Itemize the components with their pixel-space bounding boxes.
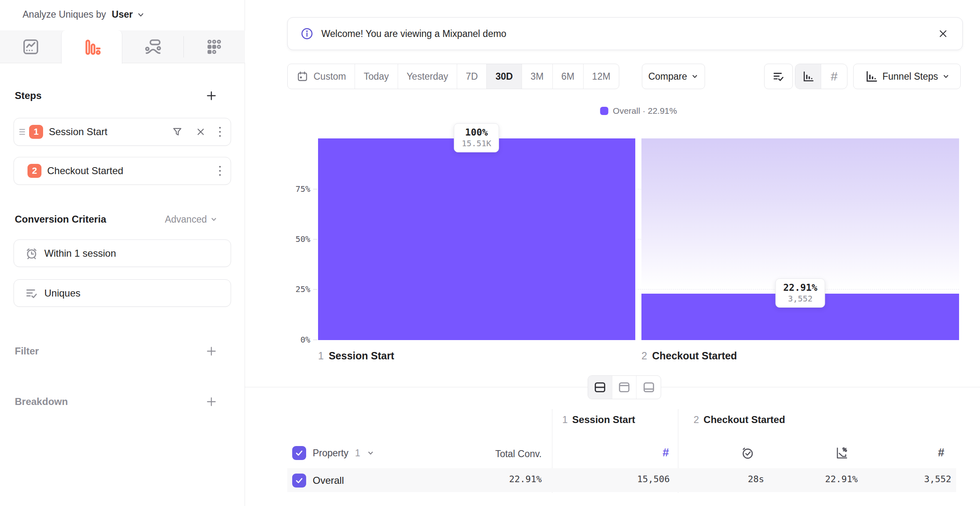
- report-type-tabs: [0, 30, 245, 63]
- compare-button[interactable]: Compare: [642, 64, 705, 89]
- chevron-down-icon: [691, 73, 698, 80]
- uniques-metric-button[interactable]: [764, 64, 793, 89]
- value-display-toggle: #: [795, 64, 847, 89]
- funnel-ghost-step2: [641, 138, 959, 294]
- tab-divider: [183, 36, 184, 58]
- chevron-down-icon: [942, 73, 950, 80]
- advanced-label: Advanced: [165, 214, 207, 225]
- tooltip-count: 15.51K: [462, 138, 491, 148]
- toggle-absolute-numbers[interactable]: #: [821, 64, 847, 89]
- conversion-window-label: Within 1 session: [44, 248, 116, 259]
- drag-handle-icon[interactable]: [19, 128, 25, 136]
- bar-value-tooltip: 22.91% 3,552: [775, 278, 825, 308]
- welcome-banner: Welcome! You are viewing a Mixpanel demo: [287, 17, 963, 50]
- step-card-1[interactable]: 1 Session Start: [14, 118, 231, 146]
- funnel-steps-label: Funnel Steps: [882, 71, 938, 82]
- breakdown-section-title: Breakdown: [15, 396, 68, 407]
- step-label[interactable]: Checkout Started: [47, 165, 123, 177]
- step-axis-label: 1 Session Start: [318, 350, 394, 362]
- date-range-today[interactable]: Today: [355, 64, 398, 89]
- steps-section-title: Steps: [15, 90, 41, 101]
- row-checkbox[interactable]: [292, 474, 306, 488]
- y-axis-tick: 25%: [286, 284, 310, 294]
- toggle-percent-bars[interactable]: [795, 64, 821, 89]
- date-range-6m[interactable]: 6M: [553, 64, 584, 89]
- table-group-checkout-started: 2 Checkout Started: [694, 414, 785, 426]
- uniques-list-check-icon: [25, 286, 39, 300]
- layout-chart-only[interactable]: [612, 376, 637, 399]
- cell-step2-count: 3,552: [924, 474, 951, 484]
- tab-funnels[interactable]: [61, 30, 122, 64]
- step-menu-kebab-icon[interactable]: [218, 165, 222, 177]
- property-index: 1: [355, 448, 360, 459]
- date-range-12m[interactable]: 12M: [584, 64, 619, 89]
- table-group-session-start: 1 Session Start: [562, 414, 635, 426]
- chevron-down-icon: [137, 11, 145, 19]
- calendar-icon: [296, 70, 309, 83]
- chart-legend[interactable]: Overall · 22.91%: [600, 106, 677, 116]
- tooltip-percent: 100%: [462, 127, 491, 138]
- cell-step1-count: 15,506: [637, 474, 670, 484]
- close-icon[interactable]: [938, 28, 948, 39]
- step-index-badge: 2: [27, 164, 41, 178]
- time-to-convert-icon[interactable]: [740, 446, 755, 460]
- select-all-checkbox[interactable]: [292, 446, 306, 460]
- funnel-bar-step1[interactable]: [318, 138, 635, 340]
- analyze-by-value[interactable]: User: [112, 9, 133, 20]
- step-index-badge: 1: [29, 125, 43, 139]
- split-view-icon: [593, 380, 607, 394]
- hash-icon: #: [831, 69, 838, 83]
- cell-time-to-convert: 28s: [748, 474, 764, 484]
- layout-split-view[interactable]: [588, 376, 612, 399]
- date-range-7d[interactable]: 7D: [457, 64, 487, 89]
- counting-method-label: Uniques: [44, 288, 80, 299]
- count-metric-icon[interactable]: #: [662, 446, 669, 459]
- uniques-list-check-icon: [772, 70, 785, 83]
- y-axis-tick: 50%: [286, 234, 310, 244]
- info-icon: [300, 27, 314, 41]
- alarm-clock-icon: [25, 246, 39, 260]
- add-breakdown-button[interactable]: [205, 396, 218, 408]
- filter-section-title: Filter: [15, 345, 39, 357]
- tab-flows[interactable]: [122, 30, 183, 63]
- bar-chart-icon: [801, 70, 815, 83]
- date-range-3m[interactable]: 3M: [522, 64, 553, 89]
- add-filter-button[interactable]: [205, 345, 218, 357]
- conversion-window-card[interactable]: Within 1 session: [14, 239, 231, 267]
- y-axis-tick: 0%: [286, 335, 310, 345]
- legend-swatch: [600, 107, 608, 115]
- step-card-2[interactable]: 2 Checkout Started: [14, 157, 231, 185]
- conversion-criteria-title: Conversion Criteria: [15, 214, 106, 225]
- layout-table-only[interactable]: [637, 376, 661, 399]
- banner-text: Welcome! You are viewing a Mixpanel demo: [321, 28, 506, 39]
- date-range-yesterday[interactable]: Yesterday: [398, 64, 457, 89]
- count-metric-icon[interactable]: #: [938, 446, 944, 459]
- date-range-custom[interactable]: Custom: [288, 64, 355, 89]
- cell-conv-rate: 22.91%: [825, 474, 858, 484]
- advanced-dropdown[interactable]: Advanced: [165, 214, 218, 225]
- tooltip-percent: 22.91%: [783, 282, 817, 293]
- counting-method-card[interactable]: Uniques: [14, 279, 231, 307]
- step-label[interactable]: Session Start: [49, 126, 108, 138]
- step-menu-kebab-icon[interactable]: [218, 126, 222, 138]
- funnel-steps-dropdown[interactable]: Funnel Steps: [853, 64, 961, 89]
- panel-layout-toggle: [588, 375, 661, 399]
- y-axis-tick: 75%: [286, 184, 310, 194]
- property-selector[interactable]: Property 1: [292, 446, 374, 460]
- funnel-analysis-page: Analyze Uniques by User: [0, 0, 980, 506]
- total-conv-header[interactable]: Total Conv.: [495, 448, 542, 460]
- tab-retention[interactable]: [183, 30, 245, 63]
- row-name: Overall: [313, 475, 344, 486]
- remove-step-icon[interactable]: [195, 126, 206, 137]
- tab-insights[interactable]: [0, 30, 61, 63]
- flows-icon: [144, 37, 163, 56]
- conversion-rate-icon[interactable]: [834, 446, 849, 460]
- date-range-30d[interactable]: 30D: [487, 64, 522, 89]
- filter-step-icon[interactable]: [172, 126, 183, 138]
- step-axis-label: 2 Checkout Started: [641, 350, 737, 362]
- insights-icon: [21, 37, 40, 56]
- analyze-by-control[interactable]: Analyze Uniques by User: [23, 9, 145, 20]
- add-step-button[interactable]: [205, 90, 218, 102]
- funnel-steps-chart-icon: [864, 69, 878, 83]
- chevron-down-icon: [210, 216, 218, 223]
